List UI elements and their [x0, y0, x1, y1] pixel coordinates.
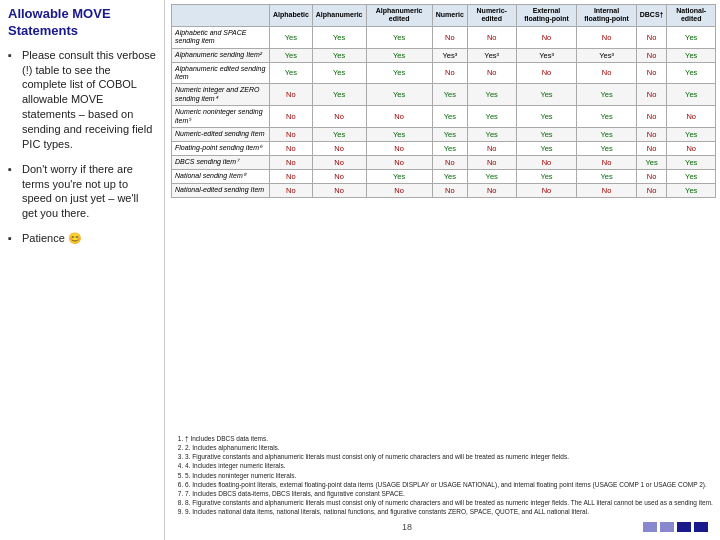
row-label-8: National sending Item⁸	[172, 169, 270, 183]
right-panel: AlphabeticAlphanumericAlphanumeric edite…	[165, 0, 720, 540]
cell-6-8: No	[667, 141, 716, 155]
cell-5-7: No	[636, 127, 667, 141]
cell-1-0: Yes	[270, 48, 313, 62]
cell-0-4: No	[467, 26, 516, 48]
cell-5-0: No	[270, 127, 313, 141]
cell-3-6: Yes	[577, 84, 636, 106]
cell-5-4: Yes	[467, 127, 516, 141]
cell-8-4: Yes	[467, 169, 516, 183]
col-header-7: DBCS†	[636, 5, 667, 27]
cell-3-3: Yes	[432, 84, 467, 106]
cell-2-8: Yes	[667, 62, 716, 84]
cell-9-4: No	[467, 183, 516, 197]
cell-9-0: No	[270, 183, 313, 197]
cell-8-7: No	[636, 169, 667, 183]
nav-prev-icon[interactable]	[643, 522, 657, 532]
footnote-5: 6. Includes floating-point literals, ext…	[185, 480, 714, 489]
cell-7-3: No	[432, 155, 467, 169]
cell-9-8: Yes	[667, 183, 716, 197]
table-row: Alphanumeric sending Item²YesYesYesYes³Y…	[172, 48, 716, 62]
row-label-2: Alphanumeric edited sending Item	[172, 62, 270, 84]
header-row: AlphabeticAlphanumericAlphanumeric edite…	[172, 5, 716, 27]
footnote-6: 7. Includes DBCS data-items, DBCS litera…	[185, 489, 714, 498]
cell-6-1: No	[312, 141, 366, 155]
table-row: Numeric integer and ZERO sending item⁴No…	[172, 84, 716, 106]
table-wrapper: AlphabeticAlphanumericAlphanumeric edite…	[171, 4, 716, 430]
nav-end-icon[interactable]	[677, 522, 691, 532]
row-label-4: Numeric noninteger sending item⁵	[172, 106, 270, 128]
cell-1-7: No	[636, 48, 667, 62]
cell-2-3: No	[432, 62, 467, 84]
cell-5-1: Yes	[312, 127, 366, 141]
cell-5-2: Yes	[366, 127, 432, 141]
col-header-0: Alphabetic	[270, 5, 313, 27]
cell-7-1: No	[312, 155, 366, 169]
cell-7-2: No	[366, 155, 432, 169]
cell-3-4: Yes	[467, 84, 516, 106]
bullet-item-3: Patience 😊	[8, 231, 156, 246]
cell-6-2: No	[366, 141, 432, 155]
cell-2-4: No	[467, 62, 516, 84]
cell-8-8: Yes	[667, 169, 716, 183]
cell-7-4: No	[467, 155, 516, 169]
cell-0-5: No	[516, 26, 577, 48]
cell-5-6: Yes	[577, 127, 636, 141]
cell-2-6: No	[577, 62, 636, 84]
cell-7-8: Yes	[667, 155, 716, 169]
col-header-6: Internal floating-point	[577, 5, 636, 27]
table-header: AlphabeticAlphanumericAlphanumeric edite…	[172, 5, 716, 27]
section-title: Allowable MOVE Statements	[8, 6, 156, 40]
row-label-0: Alphabetic and SPACE sending item	[172, 26, 270, 48]
nav-icons[interactable]	[639, 520, 712, 534]
cell-4-6: Yes	[577, 106, 636, 128]
col-header-2: Alphanumeric edited	[366, 5, 432, 27]
row-label-1: Alphanumeric sending Item²	[172, 48, 270, 62]
cell-0-3: No	[432, 26, 467, 48]
cell-1-5: Yes³	[516, 48, 577, 62]
cell-0-0: Yes	[270, 26, 313, 48]
table-row: National-edited sending ItemNoNoNoNoNoNo…	[172, 183, 716, 197]
col-header-5: External floating-point	[516, 5, 577, 27]
row-label-5: Numeric-edited sending Item	[172, 127, 270, 141]
cell-1-1: Yes	[312, 48, 366, 62]
table-row: National sending Item⁸NoNoYesYesYesYesYe…	[172, 169, 716, 183]
bullet-item-2: Don't worry if there are terms you're no…	[8, 162, 156, 221]
cell-8-2: Yes	[366, 169, 432, 183]
cell-5-3: Yes	[432, 127, 467, 141]
cell-4-0: No	[270, 106, 313, 128]
footnote-1: 2. Includes alphanumeric literals.	[185, 443, 714, 452]
cell-8-5: Yes	[516, 169, 577, 183]
cell-1-2: Yes	[366, 48, 432, 62]
cell-4-8: No	[667, 106, 716, 128]
cell-3-5: Yes	[516, 84, 577, 106]
cell-2-1: Yes	[312, 62, 366, 84]
cell-0-8: Yes	[667, 26, 716, 48]
cell-2-2: Yes	[366, 62, 432, 84]
cell-1-4: Yes³	[467, 48, 516, 62]
nav-home-icon[interactable]	[694, 522, 708, 532]
col-header-3: Numeric	[432, 5, 467, 27]
cell-8-3: Yes	[432, 169, 467, 183]
page-number: 18	[175, 522, 639, 532]
footnote-0: † Includes DBCS data items.	[185, 434, 714, 443]
col-header-4: Numeric-edited	[467, 5, 516, 27]
cell-2-0: Yes	[270, 62, 313, 84]
footnote-2: 3. Figurative constants and alphanumeric…	[185, 452, 714, 461]
table-row: Alphabetic and SPACE sending itemYesYesY…	[172, 26, 716, 48]
nav-next-icon[interactable]	[660, 522, 674, 532]
cell-1-3: Yes³	[432, 48, 467, 62]
cell-9-2: No	[366, 183, 432, 197]
cell-8-0: No	[270, 169, 313, 183]
cell-4-5: Yes	[516, 106, 577, 128]
bullet-item-1: Please consult this verbose (!) table to…	[8, 48, 156, 152]
cell-9-1: No	[312, 183, 366, 197]
footnote-list: † Includes DBCS data items.2. Includes a…	[173, 434, 714, 516]
cell-7-7: Yes	[636, 155, 667, 169]
left-panel: Allowable MOVE Statements Please consult…	[0, 0, 165, 540]
cell-3-1: Yes	[312, 84, 366, 106]
cell-4-2: No	[366, 106, 432, 128]
footnote-3: 4. Includes integer numeric literals.	[185, 461, 714, 470]
cell-0-1: Yes	[312, 26, 366, 48]
cell-9-3: No	[432, 183, 467, 197]
bullet-list: Please consult this verbose (!) table to…	[8, 48, 156, 246]
